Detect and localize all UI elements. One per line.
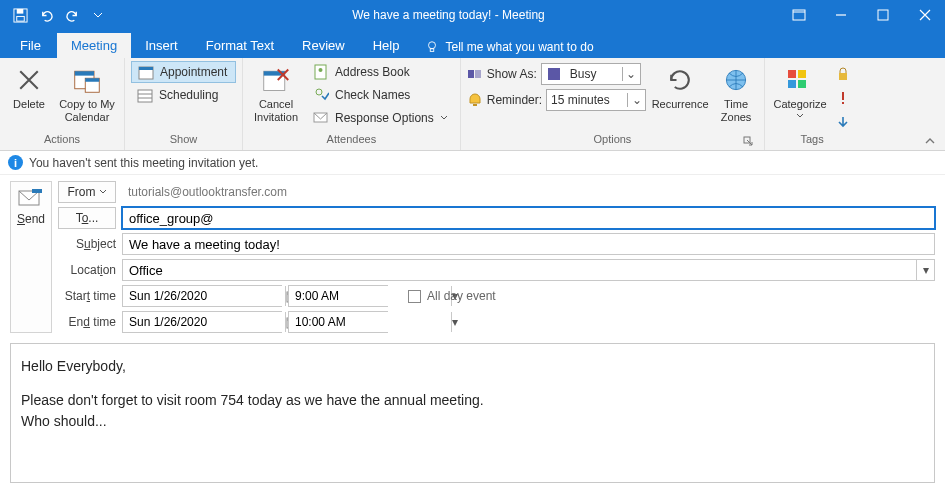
end-date-field[interactable]	[123, 312, 285, 332]
close-button[interactable]	[905, 0, 945, 30]
delete-icon	[13, 64, 45, 96]
check-names-button[interactable]: Check Names	[307, 84, 454, 106]
busy-swatch	[548, 68, 560, 80]
combo-caret-icon: ⌄	[627, 93, 645, 107]
low-importance-button[interactable]	[833, 111, 853, 133]
svg-rect-31	[788, 80, 796, 88]
end-date-picker[interactable]	[122, 311, 282, 333]
group-attendees-label: Attendees	[249, 133, 454, 150]
tell-me-search[interactable]: Tell me what you want to do	[413, 40, 605, 58]
start-date-field[interactable]	[123, 286, 285, 306]
copy-to-calendar-button[interactable]: Copy to My Calendar	[56, 61, 118, 123]
options-dialog-launcher[interactable]	[743, 136, 755, 148]
to-field[interactable]	[122, 207, 935, 229]
svg-rect-30	[798, 70, 806, 78]
location-caret-icon[interactable]: ▾	[916, 260, 934, 280]
svg-rect-24	[468, 70, 474, 78]
scheduling-button[interactable]: Scheduling	[131, 84, 236, 106]
time-caret-icon[interactable]: ▾	[451, 312, 458, 332]
lightbulb-icon	[425, 40, 439, 54]
lock-icon	[836, 67, 850, 81]
collapse-ribbon-button[interactable]	[923, 134, 937, 148]
info-icon: i	[8, 155, 23, 170]
location-combo[interactable]: ▾	[122, 259, 935, 281]
redo-button[interactable]	[60, 3, 84, 27]
recurrence-button[interactable]: Recurrence	[650, 61, 710, 111]
subject-label: Subject	[58, 237, 116, 251]
tab-insert[interactable]: Insert	[131, 33, 192, 58]
appointment-button[interactable]: Appointment	[131, 61, 236, 83]
tell-me-label: Tell me what you want to do	[445, 40, 593, 54]
quick-access-toolbar	[0, 3, 118, 27]
send-button[interactable]: Send	[10, 181, 52, 333]
svg-rect-15	[138, 90, 152, 102]
group-options: Show As: Busy ⌄ Reminder: 15 minutes ⌄	[461, 58, 765, 150]
to-button[interactable]: To...	[58, 207, 116, 229]
resize-button[interactable]	[779, 0, 819, 30]
maximize-button[interactable]	[863, 0, 903, 30]
svg-rect-25	[475, 70, 481, 78]
svg-rect-2	[16, 16, 24, 21]
svg-rect-37	[32, 189, 42, 193]
categorize-icon	[784, 64, 816, 96]
group-tags: Categorize Tags	[765, 58, 859, 150]
compose-header: Send From tutorials@outlooktransfer.com …	[0, 175, 945, 337]
svg-point-7	[429, 42, 436, 49]
svg-rect-33	[839, 73, 847, 80]
check-names-icon	[313, 87, 329, 103]
end-time-label: End time	[58, 315, 116, 329]
from-button[interactable]: From	[58, 181, 116, 203]
show-as-value: Busy	[566, 67, 622, 81]
qat-caret-icon[interactable]	[86, 3, 110, 27]
svg-rect-32	[798, 80, 806, 88]
svg-rect-10	[75, 71, 94, 75]
recurrence-icon	[664, 64, 696, 96]
message-body[interactable]: Hello Everybody, Please don't forget to …	[10, 343, 935, 483]
dropdown-caret-icon	[796, 113, 804, 119]
globe-icon	[720, 64, 752, 96]
svg-rect-6	[878, 10, 888, 20]
svg-rect-14	[139, 67, 153, 70]
time-zones-button[interactable]: Time Zones	[714, 61, 758, 123]
undo-button[interactable]	[34, 3, 58, 27]
location-field[interactable]	[123, 260, 916, 280]
all-day-checkbox[interactable]	[408, 290, 421, 303]
reminder-value: 15 minutes	[547, 93, 627, 107]
save-button[interactable]	[8, 3, 32, 27]
title-bar: We have a meeting today! - Meeting	[0, 0, 945, 30]
delete-button[interactable]: Delete	[6, 61, 52, 111]
end-time-field[interactable]	[289, 312, 451, 332]
private-button[interactable]	[833, 63, 853, 85]
tab-format-text[interactable]: Format Text	[192, 33, 288, 58]
high-importance-button[interactable]	[833, 87, 853, 109]
subject-field[interactable]	[122, 233, 935, 255]
group-options-label: Options	[467, 133, 758, 150]
start-time-picker[interactable]: ▾	[288, 285, 388, 307]
tab-meeting[interactable]: Meeting	[57, 33, 131, 58]
group-actions-label: Actions	[6, 133, 118, 150]
start-date-picker[interactable]	[122, 285, 282, 307]
address-book-button[interactable]: Address Book	[307, 61, 454, 83]
arrow-down-icon	[836, 115, 850, 129]
window-title: We have a meeting today! - Meeting	[118, 8, 779, 22]
svg-rect-12	[85, 78, 99, 82]
minimize-button[interactable]	[821, 0, 861, 30]
reminder-combo[interactable]: 15 minutes ⌄	[546, 89, 646, 111]
svg-rect-35	[842, 102, 844, 104]
reminder-icon	[467, 92, 483, 108]
group-show: Appointment Scheduling Show	[125, 58, 243, 150]
combo-caret-icon: ⌄	[622, 67, 640, 81]
send-icon	[18, 188, 44, 208]
show-as-label: Show As:	[487, 67, 537, 81]
svg-rect-34	[842, 92, 844, 100]
tab-help[interactable]: Help	[359, 33, 414, 58]
show-as-combo[interactable]: Busy ⌄	[541, 63, 641, 85]
tab-file[interactable]: File	[4, 33, 57, 58]
categorize-button[interactable]: Categorize	[771, 61, 829, 119]
response-options-button[interactable]: Response Options	[307, 107, 454, 129]
group-attendees: Cancel Invitation Address Book Check Nam…	[243, 58, 461, 150]
end-time-picker[interactable]: ▾	[288, 311, 388, 333]
tab-review[interactable]: Review	[288, 33, 359, 58]
scheduling-icon	[137, 87, 153, 103]
cancel-invitation-button[interactable]: Cancel Invitation	[249, 61, 303, 123]
